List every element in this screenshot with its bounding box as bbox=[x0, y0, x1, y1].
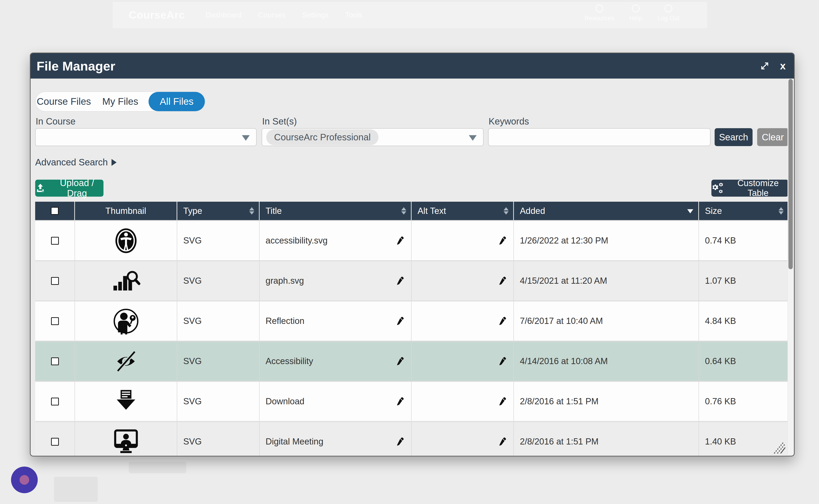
edit-title-pencil-icon[interactable] bbox=[395, 316, 405, 326]
background-nav-tools: Tools bbox=[345, 11, 363, 19]
keywords-label: Keywords bbox=[489, 116, 529, 127]
added-cell: 2/8/2016 at 1:51 PM bbox=[514, 422, 699, 456]
type-cell: SVG bbox=[177, 382, 260, 421]
type-cell: SVG bbox=[177, 422, 260, 456]
added-cell: 4/14/2016 at 10:08 AM bbox=[514, 342, 699, 381]
accessibility-badge-icon bbox=[113, 227, 139, 254]
help-icon bbox=[632, 5, 640, 12]
row-checkbox[interactable] bbox=[51, 277, 59, 285]
added-cell: 1/26/2022 at 12:30 PM bbox=[514, 221, 699, 260]
table-row-selected[interactable]: SVG Accessibility 4/14/2016 at 10:08 AM … bbox=[35, 341, 788, 381]
added-cell: 7/6/2017 at 10:40 AM bbox=[514, 301, 699, 341]
edit-alt-text-pencil-icon[interactable] bbox=[497, 396, 507, 407]
size-cell: 4.84 KB bbox=[699, 301, 788, 341]
search-button[interactable]: Search bbox=[715, 128, 753, 146]
alt-text-cell bbox=[412, 261, 514, 300]
thumbnail-cell bbox=[75, 342, 177, 381]
edit-alt-text-pencil-icon[interactable] bbox=[497, 437, 507, 447]
table-header-row: Thumbnail Type Title Alt Text Added bbox=[35, 202, 788, 220]
row-checkbox[interactable] bbox=[51, 317, 59, 325]
chat-widget-button[interactable] bbox=[11, 467, 38, 493]
digital-meeting-icon bbox=[113, 429, 139, 455]
selected-set-tag[interactable]: CourseArc Professional bbox=[266, 129, 378, 145]
table-row[interactable]: SVG accessibility.svg 1/26/2022 at 12:30… bbox=[35, 220, 788, 260]
background-footer-text bbox=[129, 462, 186, 473]
alt-text-cell bbox=[412, 382, 514, 421]
customize-table-button[interactable]: Customize Table bbox=[711, 180, 788, 197]
column-header-size[interactable]: Size bbox=[699, 202, 788, 220]
edit-alt-text-pencil-icon[interactable] bbox=[497, 316, 507, 326]
modal-scrollbar-thumb[interactable] bbox=[788, 79, 793, 269]
sort-icon[interactable] bbox=[401, 207, 406, 215]
background-nav-help: Help bbox=[629, 5, 642, 22]
background-navbar: CourseArc Dashboard Courses Settings Too… bbox=[113, 2, 707, 28]
table-row[interactable]: SVG Digital Meeting 2/8/2016 at 1:51 PM … bbox=[35, 421, 788, 456]
expand-icon[interactable] bbox=[759, 61, 770, 71]
column-header-title[interactable]: Title bbox=[260, 202, 412, 220]
user-icon bbox=[665, 5, 672, 12]
background-nav-logout: Log Out bbox=[657, 5, 680, 22]
title-cell: Accessibility bbox=[260, 342, 412, 381]
row-checkbox[interactable] bbox=[51, 237, 59, 245]
title-cell: Download bbox=[260, 382, 412, 421]
in-course-select[interactable] bbox=[35, 128, 257, 146]
table-row[interactable]: SVG graph.svg 4/15/2021 at 11:20 AM 1.07… bbox=[35, 260, 788, 300]
tab-my-files[interactable]: My Files bbox=[92, 92, 148, 111]
file-manager-modal: File Manager x Course Files My Files All… bbox=[30, 53, 795, 456]
row-checkbox[interactable] bbox=[51, 398, 59, 405]
upload-drag-button[interactable]: Upload / Drag bbox=[35, 180, 103, 197]
row-checkbox[interactable] bbox=[51, 438, 59, 446]
edit-alt-text-pencil-icon[interactable] bbox=[497, 276, 507, 286]
added-cell: 2/8/2016 at 1:51 PM bbox=[514, 382, 699, 421]
file-scope-tabs: Course Files My Files All Files bbox=[35, 91, 205, 112]
column-header-added[interactable]: Added bbox=[514, 202, 699, 220]
size-cell: 0.76 KB bbox=[699, 382, 788, 421]
title-cell: Reflection bbox=[260, 301, 412, 341]
thumbnail-cell bbox=[75, 382, 177, 421]
tab-all-files[interactable]: All Files bbox=[148, 92, 205, 111]
modal-header: File Manager x bbox=[31, 53, 794, 79]
select-all-checkbox[interactable] bbox=[51, 207, 59, 215]
chat-widget-icon bbox=[20, 475, 29, 485]
title-cell: graph.svg bbox=[260, 261, 412, 300]
thumbnail-cell bbox=[75, 301, 177, 341]
in-sets-select[interactable]: CourseArc Professional bbox=[262, 128, 483, 146]
close-icon[interactable]: x bbox=[780, 61, 786, 71]
edit-title-pencil-icon[interactable] bbox=[395, 276, 405, 286]
size-cell: 0.74 KB bbox=[699, 221, 788, 260]
tab-course-files[interactable]: Course Files bbox=[36, 92, 92, 111]
sort-icon[interactable] bbox=[779, 207, 784, 215]
column-header-type[interactable]: Type bbox=[177, 202, 260, 220]
column-header-thumbnail[interactable]: Thumbnail bbox=[75, 202, 177, 220]
sort-icon[interactable] bbox=[503, 207, 509, 215]
clear-button[interactable]: Clear bbox=[757, 128, 788, 146]
advanced-search-link[interactable]: Advanced Search bbox=[35, 157, 116, 167]
modal-scrollbar-track[interactable] bbox=[788, 79, 793, 455]
alt-text-cell bbox=[412, 301, 514, 341]
edit-alt-text-pencil-icon[interactable] bbox=[497, 356, 507, 366]
background-footer-text bbox=[54, 477, 98, 502]
table-row[interactable]: SVG Reflection 7/6/2017 at 10:40 AM 4.84… bbox=[35, 300, 788, 341]
modal-title: File Manager bbox=[37, 59, 115, 74]
resize-handle-icon[interactable] bbox=[773, 442, 786, 454]
file-manager-screen: CourseArc Dashboard Courses Settings Too… bbox=[0, 0, 819, 504]
bar-chart-magnifier-icon bbox=[111, 269, 140, 293]
edit-title-pencil-icon[interactable] bbox=[395, 236, 405, 246]
sort-icon[interactable] bbox=[249, 207, 254, 215]
edit-title-pencil-icon[interactable] bbox=[395, 356, 405, 366]
sort-desc-icon[interactable] bbox=[687, 209, 693, 213]
column-header-alt-text[interactable]: Alt Text bbox=[412, 202, 514, 220]
edit-alt-text-pencil-icon[interactable] bbox=[497, 236, 507, 246]
gears-icon bbox=[711, 182, 724, 194]
eye-slash-icon bbox=[112, 349, 140, 374]
keywords-input[interactable] bbox=[489, 129, 710, 146]
caret-right-icon bbox=[111, 159, 116, 166]
type-cell: SVG bbox=[177, 301, 260, 341]
table-row[interactable]: SVG Download 2/8/2016 at 1:51 PM 0.76 KB bbox=[35, 381, 788, 421]
edit-title-pencil-icon[interactable] bbox=[395, 437, 405, 447]
background-nav-dashboard: Dashboard bbox=[206, 11, 242, 19]
background-nav-settings: Settings bbox=[302, 11, 329, 19]
row-checkbox[interactable] bbox=[51, 357, 59, 365]
edit-title-pencil-icon[interactable] bbox=[395, 396, 405, 407]
files-table: Thumbnail Type Title Alt Text Added bbox=[35, 202, 788, 456]
